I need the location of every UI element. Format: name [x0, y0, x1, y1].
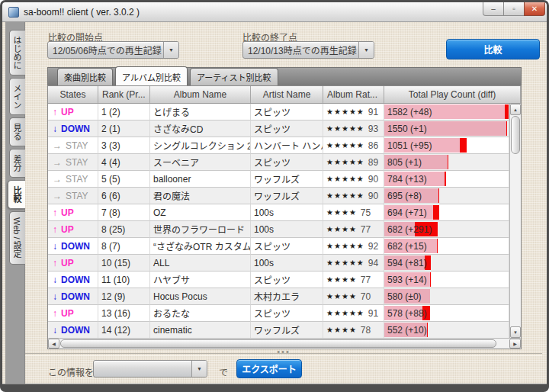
minimize-button[interactable]: –: [483, 2, 504, 16]
row-state-cell: →STAY: [48, 171, 98, 188]
sidebar-tab-main[interactable]: メイン: [9, 78, 25, 115]
table-row[interactable]: ↓DOWN 8 (7) “さざなみOTR カスタム” 2009. スピッツ ★★…: [48, 238, 509, 255]
rating-cell: ★★★★★93: [323, 120, 384, 137]
table-row[interactable]: →STAY 4 (4) スーベニア スピッツ ★★★★★89 805 (+1): [48, 154, 509, 171]
app-window: sa-boom!! client ( ver. 3.0.2 ) – ▫ ✕ はじ…: [0, 0, 549, 392]
rating-cell: ★★★★78: [323, 322, 384, 338]
state-label: UP: [61, 224, 74, 235]
compare-button[interactable]: 比較: [446, 39, 540, 59]
sidebar-tab-miru[interactable]: 見る: [9, 117, 25, 146]
scroll-down-icon[interactable]: ▼: [510, 326, 521, 338]
state-label: STAY: [66, 140, 88, 151]
rating-cell: ★★★★★86: [323, 137, 384, 154]
table-row[interactable]: →STAY 6 (6) 君の魔法 ワッフルズ ★★★★★90 695 (+8): [48, 188, 509, 204]
export-button[interactable]: エクスポート: [236, 359, 302, 378]
rating-cell: ★★★★★94: [323, 255, 384, 272]
rating-cell: ★★★★★91: [323, 305, 384, 322]
sidebar-tab-hajimeni[interactable]: はじめに: [9, 30, 25, 76]
scroll-left-icon[interactable]: ◀: [48, 339, 59, 349]
table-row[interactable]: →STAY 5 (5) ballooner ワッフルズ ★★★★★90 784 …: [48, 171, 509, 188]
count-bar-diff: [433, 205, 438, 220]
close-button[interactable]: ✕: [524, 2, 545, 16]
table-row[interactable]: ↓DOWN 14 (12) cinematic ワッフルズ ★★★★78 552…: [48, 322, 509, 338]
scroll-up-icon[interactable]: ▲: [510, 104, 521, 115]
count-cell: 594 (+81): [384, 255, 509, 272]
row-state-cell: ↓DOWN: [48, 238, 98, 255]
state-label: UP: [61, 207, 74, 218]
sidebar-tab-sabun[interactable]: 差分: [9, 149, 25, 178]
count-cell: 1582 (+48): [384, 104, 509, 120]
vertical-scrollbar[interactable]: ▲ ▼: [509, 104, 521, 338]
column-header-album-rating[interactable]: Album Rat...: [323, 86, 384, 103]
row-state-cell: ↑UP: [48, 221, 98, 238]
state-label: UP: [61, 107, 74, 117]
artist-cell: スピッツ: [251, 154, 323, 171]
album-cell: Hocus Pocus: [150, 288, 251, 305]
star-icons: ★★★★★: [326, 124, 364, 133]
star-icons: ★★★★★: [326, 259, 364, 267]
title-bar[interactable]: sa-boom!! client ( ver. 3.0.2 ) – ▫ ✕: [2, 2, 547, 22]
tab-album-comparison[interactable]: アルバム別比較: [115, 66, 188, 85]
state-label: UP: [61, 258, 74, 268]
star-icons: ★★★★★: [326, 242, 364, 250]
table-row[interactable]: ↑UP 10 (15) ALL 100s ★★★★★94 594 (+81): [48, 255, 509, 272]
scroll-right-icon[interactable]: ▶: [509, 339, 521, 349]
window-title: sa-boom!! client ( ver. 3.0.2 ): [24, 7, 140, 18]
dropdown-arrow-icon[interactable]: ▼: [191, 361, 207, 377]
column-header-rank[interactable]: Rank (Pr...: [98, 86, 150, 103]
export-format-dropdown[interactable]: ▼: [93, 360, 207, 378]
row-state-cell: ↓DOWN: [48, 288, 98, 305]
table-row[interactable]: →STAY 3 (3) シングルコレクション 2002-2008 ハンバート ハ…: [48, 137, 509, 154]
sidebar-tab-web-settings[interactable]: Web / 設定: [9, 211, 25, 265]
column-header-artist-name[interactable]: Artist Name: [251, 86, 323, 103]
count-bar-diff: [438, 188, 439, 203]
state-arrow-icon: ↑: [53, 107, 57, 117]
state-label: DOWN: [61, 241, 90, 252]
state-arrow-icon: ↓: [53, 291, 57, 302]
dropdown-arrow-icon[interactable]: ▼: [163, 42, 178, 58]
sidebar-tab-strip: はじめに メイン 見る 差分 比較 Web / 設定: [5, 22, 25, 384]
artist-cell: スピッツ: [251, 305, 323, 322]
table-row[interactable]: ↓DOWN 11 (10) ハヤブサ スピッツ ★★★★77 593 (+14): [48, 272, 509, 288]
count-bar-diff: [505, 104, 509, 119]
table-row[interactable]: ↑UP 13 (16) おるたな スピッツ ★★★★★91 578 (+88): [48, 305, 509, 322]
splitter-grip-icon[interactable]: •••: [277, 347, 291, 356]
album-cell: 君の魔法: [150, 188, 251, 204]
count-label: 805 (+1): [384, 157, 422, 168]
state-arrow-icon: →: [53, 140, 62, 151]
column-header-total-play-count[interactable]: Total Play Count (diff): [384, 86, 521, 103]
rank-cell: 13 (16): [98, 305, 150, 322]
table-row[interactable]: ↑UP 1 (2) とげまる スピッツ ★★★★★91 1582 (+48): [48, 104, 509, 120]
splitter[interactable]: •••: [25, 353, 542, 356]
table-row[interactable]: ↑UP 8 (25) 世界のフラワーロード 100s ★★★★77 682 (+…: [48, 221, 509, 238]
column-header-states[interactable]: States: [48, 86, 98, 103]
artist-cell: 木村カエラ: [251, 288, 323, 305]
maximize-button[interactable]: ▫: [503, 2, 525, 16]
table-row[interactable]: ↓DOWN 2 (1) さざなみCD スピッツ ★★★★★93 1550 (+1…: [48, 120, 509, 137]
star-icons: ★★★★: [326, 326, 357, 334]
artist-cell: 100s: [251, 204, 323, 221]
rating-value: 91: [368, 107, 378, 117]
table-row[interactable]: ↓DOWN 12 (9) Hocus Pocus 木村カエラ ★★★★70 58…: [48, 288, 509, 305]
tab-artist-comparison[interactable]: アーティスト別比較: [190, 68, 278, 85]
table-row[interactable]: ↑UP 7 (8) OZ 100s ★★★★75 694 (+71): [48, 204, 509, 221]
column-header-album-name[interactable]: Album Name: [150, 86, 251, 103]
rating-value: 90: [368, 174, 378, 185]
state-arrow-icon: ↓: [53, 325, 57, 336]
vertical-scrollbar-thumb[interactable]: [511, 116, 520, 154]
rank-cell: 8 (7): [98, 238, 150, 255]
count-cell: 593 (+14): [384, 272, 509, 288]
tab-song-comparison[interactable]: 楽曲別比較: [57, 68, 113, 85]
album-cell: ALL: [150, 255, 251, 272]
rank-cell: 2 (1): [98, 120, 150, 137]
rating-value: 92: [368, 241, 378, 252]
compare-end-dropdown[interactable]: 12/10/13時点での再生記録 ▼: [242, 41, 374, 59]
sidebar-tab-hikaku[interactable]: 比較: [8, 180, 25, 209]
album-cell: “さざなみOTR カスタム” 2009.: [150, 238, 251, 255]
compare-start-dropdown[interactable]: 12/05/06時点での再生記録 ▼: [47, 41, 179, 59]
count-cell: 552 (+10): [384, 322, 509, 338]
album-cell: cinematic: [150, 322, 251, 338]
dropdown-arrow-icon[interactable]: ▼: [358, 42, 374, 58]
window-body: はじめに メイン 見る 差分 比較 Web / 設定 比較の開始点 12/05/…: [2, 22, 547, 384]
state-label: STAY: [66, 174, 88, 185]
